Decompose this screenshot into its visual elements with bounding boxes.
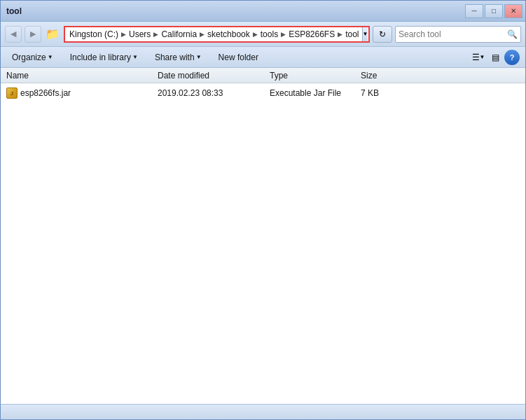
share-chevron-icon: ▼: [196, 54, 202, 60]
up-folder-button[interactable]: 📁: [44, 26, 61, 43]
file-icon: J: [6, 88, 18, 99]
include-label: Include in library: [70, 52, 131, 62]
view-mode-icon: ☰: [472, 52, 480, 62]
addr-users: Users: [127, 29, 152, 39]
addr-segment-4: tools ▶: [259, 29, 287, 39]
address-row: ◀ ▶ 📁 Kingston (C:) ▶ Users ▶ California…: [1, 22, 525, 47]
table-row[interactable]: J esp8266fs.jar 2019.02.23 08:33 Executa…: [1, 85, 525, 102]
addr-tool: tool: [344, 29, 360, 39]
addr-segment-0: Kingston (C:) ▶: [68, 29, 127, 39]
addr-tools: tools: [259, 29, 279, 39]
help-icon: ?: [510, 53, 515, 62]
title-bar-left: tool: [4, 6, 22, 16]
file-date-cell: 2019.02.23 08:33: [158, 88, 270, 98]
organize-chevron-icon: ▼: [48, 54, 53, 60]
address-bar[interactable]: Kingston (C:) ▶ Users ▶ California ▶ ske…: [64, 26, 370, 43]
column-date-header[interactable]: Date modified: [158, 71, 270, 80]
share-label: Share with: [155, 52, 195, 62]
file-name: esp8266fs.jar: [20, 88, 71, 98]
title-bar-controls: ─ □ ✕: [465, 4, 522, 18]
file-list: J esp8266fs.jar 2019.02.23 08:33 Executa…: [1, 83, 525, 404]
search-input[interactable]: [399, 29, 507, 39]
maximize-button[interactable]: □: [485, 4, 503, 18]
search-icon: 🔍: [507, 29, 518, 39]
addr-segment-2: California ▶: [160, 29, 206, 39]
view-controls: ☰ ▼ ▤ ?: [471, 50, 520, 65]
addr-segment-3: sketchbook ▶: [206, 29, 259, 39]
addr-segment-5: ESP8266FS ▶: [287, 29, 344, 39]
include-chevron-icon: ▼: [132, 54, 138, 60]
address-dropdown-button[interactable]: ▼: [362, 27, 368, 42]
back-icon: ◀: [11, 29, 16, 38]
search-container: 🔍: [395, 26, 521, 43]
view-mode-button[interactable]: ☰ ▼: [471, 50, 486, 65]
organize-label: Organize: [12, 52, 46, 62]
toolbar-row: Organize ▼ Include in library ▼ Share wi…: [1, 47, 525, 68]
forward-button[interactable]: ▶: [25, 26, 41, 43]
explorer-window: tool ─ □ ✕ ◀ ▶ 📁 Kingston (C:) ▶ Users: [0, 0, 526, 420]
column-header: Name Date modified Type Size: [1, 68, 525, 83]
file-size-cell: 7 KB: [361, 88, 417, 98]
addr-segment-6: tool: [344, 29, 360, 39]
refresh-icon: ↻: [379, 29, 386, 39]
title-bar: tool ─ □ ✕: [1, 1, 525, 22]
status-bar: [1, 404, 525, 419]
refresh-button[interactable]: ↻: [373, 26, 392, 43]
addr-arrow-1: ▶: [152, 31, 160, 38]
addr-esp8266fs: ESP8266FS: [287, 29, 336, 39]
addr-arrow-3: ▶: [251, 31, 259, 38]
addr-sketchbook: sketchbook: [206, 29, 251, 39]
addr-arrow-0: ▶: [120, 31, 127, 38]
address-bar-content: Kingston (C:) ▶ Users ▶ California ▶ ske…: [68, 29, 361, 39]
file-type-cell: Executable Jar File: [270, 88, 361, 98]
details-view-button[interactable]: ▤: [487, 50, 503, 65]
details-view-icon: ▤: [492, 52, 499, 62]
new-folder-button[interactable]: New folder: [213, 50, 264, 65]
window-title: tool: [4, 6, 22, 16]
minimize-button[interactable]: ─: [465, 4, 483, 18]
folder-icon: 📁: [46, 27, 60, 41]
addr-segment-1: Users ▶: [127, 29, 160, 39]
addr-arrow-5: ▶: [336, 31, 344, 38]
column-type-header[interactable]: Type: [270, 71, 361, 80]
back-button[interactable]: ◀: [5, 26, 22, 43]
file-name-cell: J esp8266fs.jar: [4, 88, 158, 99]
column-name-header[interactable]: Name: [4, 71, 158, 80]
share-with-button[interactable]: Share with ▼: [149, 50, 207, 65]
addr-california: California: [160, 29, 198, 39]
include-in-library-button[interactable]: Include in library ▼: [64, 50, 144, 65]
help-button[interactable]: ?: [504, 50, 520, 65]
jar-file-icon: J: [6, 88, 18, 99]
column-size-header[interactable]: Size: [361, 71, 417, 80]
forward-icon: ▶: [30, 29, 36, 38]
close-button[interactable]: ✕: [504, 4, 522, 18]
organize-button[interactable]: Organize ▼: [6, 50, 59, 65]
view-mode-chevron-icon: ▼: [480, 54, 485, 60]
new-folder-label: New folder: [219, 52, 258, 62]
addr-kingston: Kingston (C:): [68, 29, 120, 39]
addr-arrow-2: ▶: [198, 31, 206, 38]
addr-arrow-4: ▶: [279, 31, 287, 38]
